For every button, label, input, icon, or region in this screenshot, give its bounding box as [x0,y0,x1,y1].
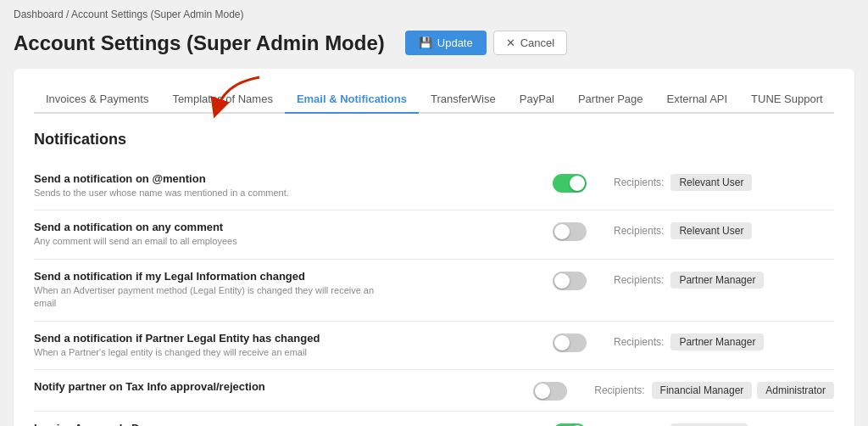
recipients-label: Recipients: [614,274,664,286]
tab-external[interactable]: External API [655,86,740,114]
breadcrumb-dashboard[interactable]: Dashboard [14,8,64,20]
update-button[interactable]: 💾 Update [405,31,487,55]
notification-label: Invoice Approvals Due [34,422,526,426]
recipient-badge: Partner Manager [670,334,764,350]
notifications-section-title: Notifications [34,131,834,149]
tabs-wrapper: Invoices & Payments Templates of Names E… [34,86,834,114]
toggle-mention[interactable] [553,174,587,193]
breadcrumb-current: Account Settings (Super Admin Mode) [71,8,243,20]
notification-label: Send a notification on @mention [34,172,526,185]
notification-label: Send a notification if Partner Legal Ent… [34,332,526,345]
notification-row: Send a notification on @mention Sends to… [34,162,834,210]
notification-row: Send a notification on any comment Any c… [34,210,834,259]
recipients-label: Recipients: [594,384,644,396]
tab-transferwise[interactable]: TransferWise [419,86,508,114]
tab-email[interactable]: Email & Notifications [285,86,419,114]
notification-desc: Any comment will send an email to all em… [34,235,390,248]
recipient-badge: Partner Manager [670,272,764,289]
notification-row: Send a notification if my Legal Informat… [34,260,834,322]
notification-label: Send a notification on any comment [34,221,526,233]
breadcrumb: Dashboard / Account Settings (Super Admi… [14,8,854,20]
recipient-badge: Relevant User [670,222,752,239]
notification-desc: When a Partner's legal entity is changed… [34,346,390,359]
page-header: Account Settings (Super Admin Mode) 💾 Up… [14,31,854,55]
tab-partner[interactable]: Partner Page [566,86,655,114]
recipients-label: Recipients: [614,336,664,348]
update-icon: 💾 [419,36,432,49]
recipient-badge: Financial Manager [652,382,753,399]
recipients-label: Recipients: [614,225,664,237]
notification-row: Notify partner on Tax Info approval/reje… [34,370,834,412]
tab-paypal[interactable]: PayPal [508,86,566,114]
header-actions: 💾 Update ✕ Cancel [405,31,567,55]
notification-label: Send a notification if my Legal Informat… [34,270,526,283]
tab-invoices[interactable]: Invoices & Payments [34,86,160,114]
toggle-comment[interactable] [553,222,587,241]
notifications-list: Send a notification on @mention Sends to… [34,162,834,426]
notification-label: Notify partner on Tax Info approval/reje… [34,380,506,393]
recipient-badge: Relevant User [670,174,752,191]
cancel-icon: ✕ [506,36,515,49]
tabs-bar: Invoices & Payments Templates of Names E… [34,86,834,114]
page-content: Invoices & Payments Templates of Names E… [14,69,854,426]
toggle-legal-info[interactable] [553,272,587,290]
notification-row: Invoice Approvals Due Reminder when Part… [34,412,834,426]
notification-row: Send a notification if Partner Legal Ent… [34,322,834,370]
page-title: Account Settings (Super Admin Mode) [14,31,385,55]
cancel-button[interactable]: ✕ Cancel [493,31,567,55]
tab-tune[interactable]: TUNE Support [739,86,835,114]
toggle-partner-legal[interactable] [553,334,587,352]
tab-templates[interactable]: Templates of Names [160,86,285,114]
recipients-label: Recipients: [614,177,664,188]
notification-desc: When an Advertiser payment method (Legal… [34,284,390,311]
notification-desc: Sends to the user whose name was mention… [34,187,390,199]
recipient-badge-admin: Administrator [757,382,834,399]
toggle-tax-info[interactable] [533,382,567,401]
